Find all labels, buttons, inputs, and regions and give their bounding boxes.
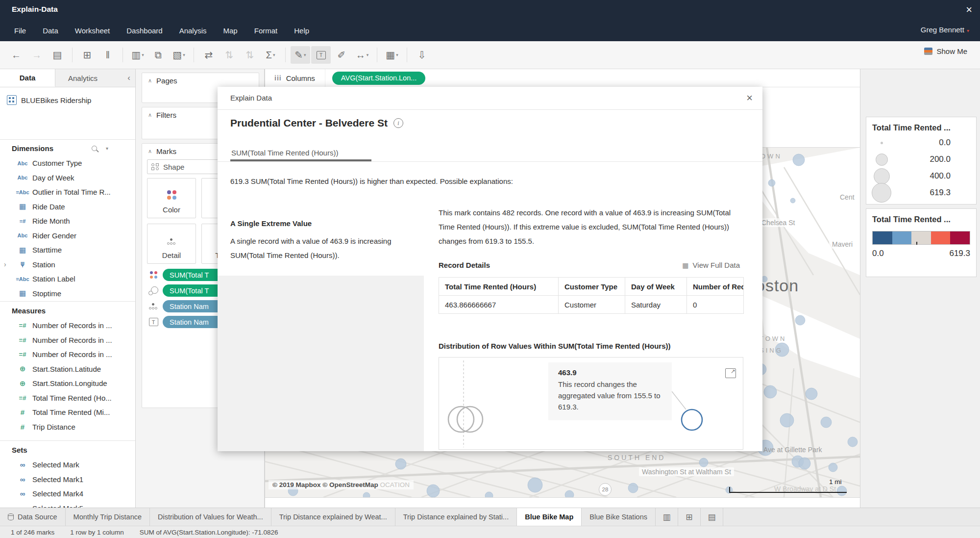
field-day-of-week[interactable]: AbcDay of Week bbox=[0, 171, 135, 185]
search-icon[interactable] bbox=[92, 146, 97, 151]
totals-icon[interactable]: Σ▾ bbox=[261, 46, 280, 64]
size-legend-row[interactable]: 200.0 bbox=[866, 151, 976, 168]
dialog-tab-sum-total-time[interactable]: SUM(Total Time Rented (Hours)) bbox=[231, 149, 338, 157]
show-me-button[interactable]: Show Me bbox=[924, 47, 967, 55]
menu-worksheet[interactable]: Worksheet bbox=[67, 26, 118, 35]
map-faded-word: OCATION bbox=[380, 481, 410, 488]
new-datasource-icon[interactable]: ⊞ bbox=[77, 46, 97, 64]
menu-analysis[interactable]: Analysis bbox=[171, 26, 215, 35]
sort-ascending-icon[interactable]: ⇅ bbox=[220, 46, 239, 64]
duplicate-icon[interactable]: ⧉ bbox=[148, 46, 168, 64]
columns-shelf[interactable]: iii Columns AVG(Start.Station.Lon... bbox=[265, 69, 860, 87]
new-worksheet-icon[interactable]: ▥▾ bbox=[128, 46, 147, 64]
set-selected-mark1[interactable]: ∞Selected Mark1 bbox=[0, 472, 135, 487]
color-legend-card[interactable]: Total Time Rented ... 0.0 619.3 bbox=[866, 208, 977, 277]
size-legend-card[interactable]: Total Time Rented ... 0.0 200.0 400.0 61… bbox=[866, 117, 977, 205]
size-legend-row[interactable]: 619.3 bbox=[866, 184, 976, 201]
view-full-data-link[interactable]: ▦ View Full Data bbox=[682, 261, 740, 269]
pages-label: Pages bbox=[156, 77, 177, 85]
set-selected-mark5[interactable]: ∞Selected Mark5 bbox=[0, 501, 135, 508]
datasource-name: BLUEBikes Ridership bbox=[21, 96, 91, 104]
field-start-station-longitude[interactable]: ⊕Start.Station.Longitude bbox=[0, 376, 135, 391]
set-selected-mark[interactable]: ∞Selected Mark bbox=[0, 458, 135, 472]
tab-analytics[interactable]: Analytics bbox=[55, 69, 110, 87]
new-story-tab-icon[interactable]: ▤ bbox=[701, 508, 723, 526]
color-button[interactable]: Color bbox=[147, 178, 196, 218]
field-start-station-latitude[interactable]: ⊕Start.Station.Latitude bbox=[0, 362, 135, 377]
field-ride-date[interactable]: ▦Ride Date bbox=[0, 200, 135, 214]
sort-descending-icon[interactable]: ⇅ bbox=[240, 46, 260, 64]
size-legend-row[interactable]: 400.0 bbox=[866, 168, 976, 184]
tab-data[interactable]: Data bbox=[0, 69, 55, 87]
tab-distribution-of-values[interactable]: Distribution of Values for Weath... bbox=[150, 508, 271, 526]
field-station[interactable]: ›⋔Station bbox=[0, 257, 135, 272]
save-icon[interactable]: ▤ bbox=[48, 46, 67, 64]
grid-icon: ▦ bbox=[682, 261, 688, 269]
field-number-of-records-2[interactable]: =#Number of Records in ... bbox=[0, 333, 135, 348]
clear-sheet-icon[interactable]: ▧▾ bbox=[169, 46, 189, 64]
collapse-card-icon[interactable]: ∧ bbox=[148, 148, 152, 154]
field-number-of-records-1[interactable]: =#Number of Records in ... bbox=[0, 318, 135, 333]
expander-icon[interactable]: › bbox=[4, 260, 6, 268]
show-me-icon bbox=[924, 48, 932, 55]
field-total-time-rented-hours[interactable]: =#Total Time Rented (Ho... bbox=[0, 391, 135, 406]
globe-icon: ⊕ bbox=[13, 379, 32, 388]
new-dashboard-tab-icon[interactable]: ⊞ bbox=[678, 508, 701, 526]
field-outlier[interactable]: =AbcOutlier in Total Time R... bbox=[0, 185, 135, 200]
swap-rows-columns-icon[interactable]: ⇄ bbox=[199, 46, 219, 64]
size-circle-icon bbox=[876, 154, 888, 166]
explanation-heading[interactable]: A Single Extreme Value bbox=[230, 219, 312, 228]
field-rider-gender[interactable]: AbcRider Gender bbox=[0, 229, 135, 243]
field-total-time-rented-minutes[interactable]: #Total Time Rented (Mi... bbox=[0, 405, 135, 420]
fix-axes-icon[interactable]: ↔▾ bbox=[352, 46, 372, 64]
menu-help[interactable]: Help bbox=[286, 26, 318, 35]
show-mark-labels-icon[interactable]: T bbox=[311, 46, 331, 64]
field-station-label[interactable]: =AbcStation Label bbox=[0, 272, 135, 286]
highlight-icon[interactable]: ✎▾ bbox=[291, 46, 310, 64]
pane-menu-caret-icon[interactable]: ▾ bbox=[106, 146, 108, 151]
set-selected-mark4[interactable]: ∞Selected Mark4 bbox=[0, 487, 135, 501]
field-ride-month[interactable]: =#Ride Month bbox=[0, 214, 135, 229]
tab-monthly-trip-distance[interactable]: Monthly Trip Distance bbox=[66, 508, 150, 526]
color-gradient-bar[interactable] bbox=[872, 231, 970, 245]
redo-icon[interactable]: → bbox=[27, 46, 47, 64]
window-close-icon[interactable]: × bbox=[966, 3, 972, 16]
open-chart-icon[interactable]: ↗ bbox=[725, 368, 736, 378]
tab-data-source[interactable]: Data Source bbox=[0, 508, 66, 526]
distribution-chart[interactable]: 463.9 This record changes the aggregated… bbox=[439, 357, 743, 450]
field-customer-type[interactable]: AbcCustomer Type bbox=[0, 156, 135, 171]
presentation-mode-icon[interactable]: ⇩ bbox=[412, 46, 432, 64]
show-cards-icon[interactable]: ▦▾ bbox=[382, 46, 402, 64]
undo-icon[interactable]: ← bbox=[6, 46, 26, 64]
tab-trip-distance-station[interactable]: Trip Distance explained by Stati... bbox=[395, 508, 517, 526]
field-number-of-records-3[interactable]: =#Number of Records in ... bbox=[0, 347, 135, 362]
status-grid: 1 row by 1 column bbox=[70, 529, 124, 536]
divider bbox=[0, 440, 136, 441]
datasource-item[interactable]: BLUEBikes Ridership bbox=[0, 93, 135, 107]
pill-avg-start-station-longitude[interactable]: AVG(Start.Station.Lon... bbox=[332, 72, 425, 85]
dialog-close-icon[interactable]: × bbox=[746, 92, 753, 104]
field-starttime[interactable]: ▦Starttime bbox=[0, 243, 135, 257]
menu-file[interactable]: File bbox=[6, 26, 34, 35]
table-row[interactable]: 463.866666667 Customer Saturday 0 bbox=[439, 296, 744, 314]
annotate-icon[interactable]: ✐ bbox=[332, 46, 351, 64]
menu-format[interactable]: Format bbox=[246, 26, 286, 35]
menu-map[interactable]: Map bbox=[215, 26, 246, 35]
user-menu[interactable]: Greg Bennett▾ bbox=[921, 26, 969, 34]
info-icon[interactable]: i bbox=[393, 118, 403, 128]
collapse-card-icon[interactable]: ∧ bbox=[148, 112, 152, 118]
menu-dashboard[interactable]: Dashboard bbox=[118, 26, 171, 35]
pause-updates-icon[interactable]: ‖ bbox=[98, 46, 118, 64]
tab-trip-distance-weather[interactable]: Trip Distance explained by Weat... bbox=[271, 508, 395, 526]
text-icon: T bbox=[148, 318, 159, 326]
new-worksheet-tab-icon[interactable]: ▥ bbox=[656, 508, 678, 526]
size-legend-row[interactable]: 0.0 bbox=[866, 134, 976, 151]
tab-blue-bike-map[interactable]: Blue Bike Map bbox=[517, 508, 582, 526]
collapse-pane-icon[interactable]: ‹ bbox=[122, 69, 135, 87]
detail-button[interactable]: Detail bbox=[147, 224, 196, 264]
field-trip-distance[interactable]: #Trip Distance bbox=[0, 420, 135, 435]
menu-data[interactable]: Data bbox=[34, 26, 67, 35]
collapse-card-icon[interactable]: ∧ bbox=[148, 77, 152, 84]
field-stoptime[interactable]: ▦Stoptime bbox=[0, 286, 135, 301]
tab-blue-bike-stations[interactable]: Blue Bike Stations bbox=[582, 508, 656, 526]
